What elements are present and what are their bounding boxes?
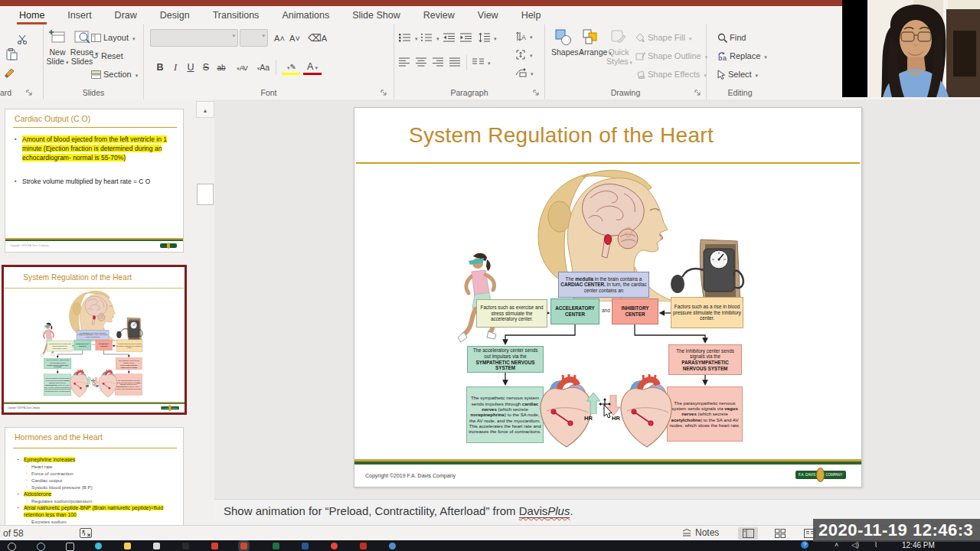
thumbnail-copyright: Copyright ©2019 F.A. Davis Company bbox=[10, 244, 49, 247]
underline-button[interactable] bbox=[184, 60, 198, 75]
ribbon-tab[interactable]: Transitions bbox=[201, 6, 271, 24]
align-left-button[interactable] bbox=[399, 55, 410, 69]
taskbar-powerpoint-icon[interactable] bbox=[240, 543, 247, 549]
parasympathetic-system-box: The inhibitory center sends signals via … bbox=[116, 358, 142, 370]
taskbar-app-icon[interactable] bbox=[211, 543, 218, 549]
bullets-button[interactable] bbox=[399, 31, 418, 44]
shape-fill-button[interactable]: Shape Fill bbox=[635, 31, 691, 44]
change-case-button[interactable] bbox=[253, 60, 273, 75]
taskbar-volume-icon[interactable]: ◁) bbox=[851, 541, 859, 549]
thumbnail-slide-3[interactable]: Hormones and the Heart Epinephrine incre… bbox=[5, 427, 184, 525]
font-dialog-launcher[interactable] bbox=[381, 90, 387, 96]
slide-surface[interactable]: System Regulation of the Heart bbox=[354, 107, 862, 487]
decrease-indent-button[interactable] bbox=[443, 31, 455, 44]
taskbar-task-view-icon[interactable] bbox=[66, 543, 74, 551]
ribbon-tab[interactable]: View bbox=[466, 6, 510, 24]
thumbnail-slide-1[interactable]: Cardiac Output (C O) Amount of blood eje… bbox=[5, 109, 184, 253]
shapes-button[interactable]: Shapes bbox=[551, 28, 576, 78]
ribbon-tab[interactable]: Animations bbox=[270, 6, 341, 24]
taskbar-chevron-up-icon[interactable]: ˄ bbox=[835, 541, 838, 549]
strikethrough-button[interactable] bbox=[199, 60, 213, 75]
columns-button[interactable] bbox=[472, 55, 491, 69]
thumbnail-scrollbar-thumb[interactable] bbox=[197, 184, 214, 205]
cut-button[interactable] bbox=[17, 32, 28, 46]
taskbar-amazon-icon[interactable] bbox=[182, 543, 189, 549]
new-slide-button[interactable]: New Slide bbox=[45, 28, 70, 78]
bold-button[interactable] bbox=[153, 60, 167, 75]
layout-button[interactable]: Layout bbox=[91, 31, 136, 44]
thumbnail-slide-2-selected[interactable]: System Regulation of the Heart bbox=[2, 265, 187, 415]
increase-font-size-button[interactable] bbox=[273, 31, 286, 46]
ribbon-tab[interactable]: Insert bbox=[56, 6, 103, 24]
normal-view-button[interactable] bbox=[738, 527, 758, 540]
replace-button[interactable]: ba Replace bbox=[717, 49, 767, 63]
find-button[interactable]: Find bbox=[717, 31, 746, 44]
slide-sorter-view-button[interactable] bbox=[770, 527, 790, 540]
align-right-button[interactable] bbox=[433, 55, 443, 69]
font-color-button[interactable]: A bbox=[303, 61, 322, 75]
taskbar-search-icon[interactable] bbox=[8, 543, 16, 551]
ribbon-tab[interactable]: Help bbox=[510, 6, 553, 24]
clear-formatting-button[interactable]: ⌫ bbox=[308, 31, 322, 46]
notes-text[interactable]: Show animation for “Preload, Contractili… bbox=[224, 504, 573, 517]
character-spacing-button[interactable] bbox=[231, 60, 251, 75]
slide-copyright: Copyright ©2019 F.A. Davis Company bbox=[8, 407, 40, 409]
quick-styles-button[interactable]: Quick Styles bbox=[606, 28, 631, 78]
slide-thumbnail-panel: Cardiac Output (C O) Amount of blood eje… bbox=[0, 99, 214, 525]
font-name-combobox[interactable] bbox=[150, 29, 238, 47]
ribbon-tab[interactable]: Home bbox=[8, 6, 56, 24]
slide-title[interactable]: System Regulation of the Heart bbox=[4, 273, 152, 282]
text-shadow-button[interactable] bbox=[214, 60, 228, 75]
taskbar-file-explorer-icon[interactable] bbox=[124, 543, 131, 549]
align-center-button[interactable] bbox=[416, 55, 426, 69]
notes-toggle-button[interactable]: Notes bbox=[681, 527, 719, 538]
font-size-combobox[interactable] bbox=[240, 29, 268, 47]
medulla-box: The medulla in the brain contains a CARD… bbox=[77, 330, 109, 340]
thumbnail-scroll-up-button[interactable] bbox=[196, 101, 214, 118]
thumbnail-bullet: Aldosterone bbox=[16, 491, 178, 497]
text-direction-button[interactable]: A bbox=[515, 29, 533, 43]
decrease-font-size-button[interactable] bbox=[288, 31, 302, 46]
taskbar-teams-icon[interactable] bbox=[389, 543, 396, 549]
line-spacing-button[interactable] bbox=[479, 31, 497, 44]
taskbar-chrome-icon[interactable] bbox=[331, 543, 338, 549]
paste-button[interactable] bbox=[6, 47, 18, 61]
chevron-down-icon bbox=[313, 61, 318, 72]
ribbon-tab[interactable]: Design bbox=[149, 6, 201, 24]
italic-button[interactable] bbox=[168, 60, 182, 75]
select-button[interactable]: Select bbox=[717, 67, 758, 81]
editing-group-label: Editing bbox=[638, 88, 842, 97]
shape-effects-button[interactable]: Shape Effects bbox=[635, 67, 707, 81]
slide-surface[interactable]: System Regulation of the Heart bbox=[4, 267, 185, 412]
shapes-icon bbox=[555, 29, 572, 46]
taskbar-cortana-icon[interactable] bbox=[37, 543, 45, 551]
ribbon-tab[interactable]: Slide Show bbox=[341, 6, 412, 24]
ribbon-tab[interactable]: Review bbox=[412, 6, 466, 24]
accessibility-checker-icon[interactable] bbox=[80, 528, 92, 538]
taskbar-adobe-icon[interactable] bbox=[360, 543, 367, 549]
factors-blood-pressure-box: Factors such as a rise in blood pressure… bbox=[671, 297, 743, 328]
ribbon-tab[interactable]: Draw bbox=[103, 6, 149, 24]
taskbar-network-icon[interactable]: ⌇ bbox=[874, 541, 877, 549]
text-highlight-button[interactable] bbox=[282, 61, 300, 75]
reset-button[interactable]: Reset bbox=[91, 49, 123, 63]
taskbar-excel-icon[interactable] bbox=[273, 543, 279, 549]
format-painter-button[interactable] bbox=[5, 66, 15, 80]
paragraph-dialog-launcher[interactable] bbox=[533, 90, 540, 96]
acceleratory-center-box: ACCELERATORY CENTER bbox=[74, 341, 91, 350]
convert-to-smartart-button[interactable] bbox=[515, 66, 534, 80]
clipboard-dialog-launcher[interactable] bbox=[26, 90, 33, 96]
fa-davis-logo bbox=[160, 243, 177, 248]
taskbar-help-icon[interactable]: ? bbox=[801, 541, 808, 549]
align-text-button[interactable] bbox=[515, 47, 533, 61]
numbering-button[interactable] bbox=[420, 31, 439, 44]
taskbar-edge-icon[interactable] bbox=[95, 543, 102, 549]
justify-button[interactable] bbox=[449, 55, 460, 69]
shape-outline-button[interactable]: Shape Outline bbox=[635, 49, 707, 63]
arrange-button[interactable]: Arrange bbox=[579, 28, 603, 78]
taskbar-word-icon[interactable] bbox=[302, 543, 309, 549]
slide-title[interactable]: System Regulation of the Heart bbox=[354, 123, 768, 148]
section-button[interactable]: Section bbox=[91, 67, 138, 81]
taskbar-store-icon[interactable] bbox=[153, 543, 160, 549]
increase-indent-button[interactable] bbox=[460, 31, 472, 44]
